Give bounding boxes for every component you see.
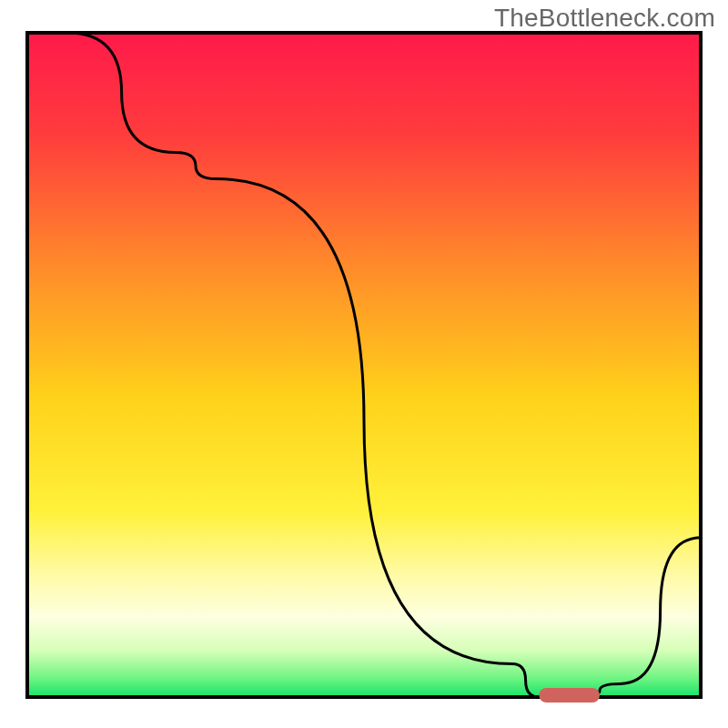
bottleneck-chart [0,0,728,728]
plot-background [27,33,701,697]
optimum-marker [539,688,600,703]
watermark-label: TheBottleneck.com [494,4,715,33]
chart-container: TheBottleneck.com [0,0,728,728]
